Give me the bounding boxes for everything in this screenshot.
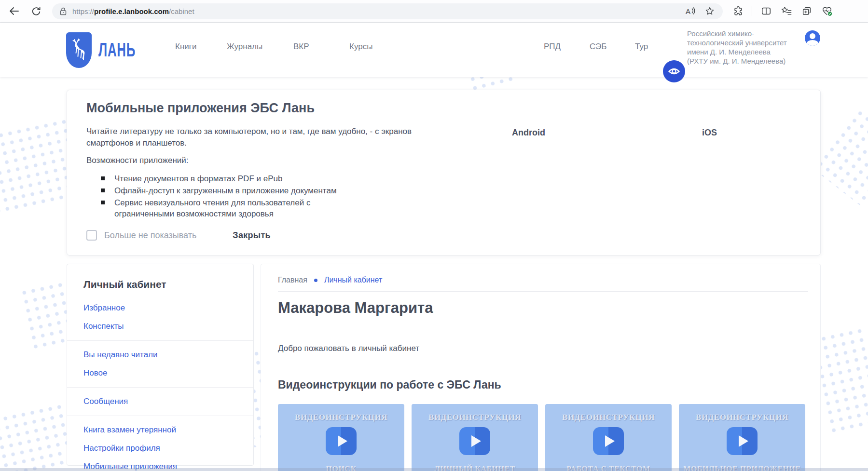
accessibility-eye-icon[interactable] — [663, 60, 685, 82]
feature-item: Чтение документов в форматах PDF и ePub — [97, 173, 367, 184]
dots-decoration — [0, 402, 73, 471]
toolbar-divider — [752, 6, 752, 16]
sidebar-item-messages[interactable]: Сообщения — [67, 392, 253, 411]
nav-rpd[interactable]: РПД — [544, 42, 561, 52]
video-card-label: ВИДЕОИНСТРУКЦИЯ — [278, 413, 404, 422]
sidebar-item-recently-read[interactable]: Вы недавно читали — [67, 346, 253, 364]
breadcrumb: Главная Личный кабинет — [278, 276, 808, 284]
viewport-cut-strip — [0, 468, 868, 471]
breadcrumb-current[interactable]: Личный кабинет — [324, 276, 382, 284]
sidebar-group: Сообщения — [67, 387, 253, 416]
welcome-text: Добро пожаловать в личный кабинет — [278, 344, 820, 353]
dont-show-label: Больше не показывать — [104, 230, 196, 241]
nav-books[interactable]: Книги — [175, 42, 196, 52]
reload-icon[interactable] — [28, 3, 44, 19]
user-avatar-icon[interactable] — [805, 30, 820, 46]
extensions-icon[interactable] — [730, 3, 746, 19]
mobile-apps-banner: Мобильные приложения ЭБС Лань Читайте ли… — [67, 90, 821, 256]
browser-toolbar: https://profile.e.lanbook.com/cabinet A — [0, 0, 868, 23]
favorites-bar-icon[interactable] — [778, 3, 795, 19]
feature-item: Офлайн-доступ к загруженным в приложение… — [97, 185, 367, 196]
video-card-label: ВИДЕОИНСТРУКЦИЯ — [412, 413, 538, 422]
site-header: ЛАНЬ Книги Журналы ВКР Курсы РПД СЭБ Тур… — [0, 23, 868, 77]
nav-tour[interactable]: Тур — [635, 42, 648, 52]
breadcrumb-home[interactable]: Главная — [278, 276, 307, 284]
nav-vkr[interactable]: ВКР — [293, 42, 309, 52]
banner-intro: Читайте литературу не только за компьюте… — [86, 126, 424, 149]
breadcrumb-divider — [278, 291, 808, 292]
features-list: Чтение документов в форматах PDF и ePub … — [97, 173, 367, 220]
sidebar-item-new[interactable]: Новое — [67, 364, 253, 382]
site-logo[interactable]: ЛАНЬ — [66, 32, 150, 68]
video-card-search[interactable]: ВИДЕОИНСТРУКЦИЯ ПОИСК — [278, 404, 404, 471]
android-label: Android — [512, 128, 545, 138]
video-card-label: ВИДЕОИНСТРУКЦИЯ — [545, 413, 672, 422]
collections-icon[interactable] — [799, 3, 815, 19]
video-card-label: ВИДЕОИНСТРУКЦИЯ — [679, 413, 805, 422]
sidebar-group: Книга взамен утерянной Настройки профиля… — [67, 416, 253, 471]
feature-item: Сервис невизуального чтения для пользова… — [97, 197, 367, 219]
sidebar-item-favorites[interactable]: Избранное — [67, 299, 253, 317]
logo-text: ЛАНЬ — [98, 39, 136, 61]
play-icon — [326, 427, 357, 455]
breadcrumb-separator-dot — [314, 279, 317, 282]
url-bar[interactable]: https://profile.e.lanbook.com/cabinet A — [52, 3, 723, 19]
cabinet-main-panel: Главная Личный кабинет Макарова Маргарит… — [261, 264, 821, 471]
favorite-star-icon[interactable] — [702, 3, 718, 19]
features-label: Возможности приложений: — [86, 156, 189, 165]
sidebar-item-profile-settings[interactable]: Настройки профиля — [67, 439, 253, 458]
videos-section-title: Видеоинструкции по работе с ЭБС Лань — [278, 378, 820, 391]
sidebar-item-notes[interactable]: Конспекты — [67, 317, 253, 336]
dont-show-checkbox[interactable] — [86, 230, 97, 241]
banner-title: Мобильные приложения ЭБС Лань — [86, 101, 315, 116]
split-screen-icon[interactable] — [758, 3, 774, 19]
close-banner-button[interactable]: Закрыть — [233, 230, 271, 241]
ios-label: iOS — [702, 128, 717, 138]
lock-icon — [60, 7, 67, 15]
nav-journals[interactable]: Журналы — [227, 42, 262, 52]
sidebar-item-replacement-book[interactable]: Книга взамен утерянной — [67, 421, 253, 439]
play-icon — [459, 427, 490, 455]
page-body: Мобильные приложения ЭБС Лань Читайте ли… — [0, 77, 868, 471]
sidebar-title: Личный кабинет — [83, 279, 253, 290]
video-card-text-work[interactable]: ВИДЕОИНСТРУКЦИЯ РАБОТА С ТЕКСТОМ — [545, 404, 672, 471]
organization-name[interactable]: Российский химико-технологический универ… — [687, 29, 791, 75]
page-title-user-name: Макарова Маргарита — [278, 299, 820, 317]
lan-deer-logo — [66, 32, 92, 68]
read-aloud-icon[interactable]: A — [682, 3, 699, 19]
nav-seb[interactable]: СЭБ — [590, 42, 606, 52]
sidebar-group: Вы недавно читали Новое — [67, 340, 253, 387]
banner-footer: Больше не показывать Закрыть — [86, 230, 271, 241]
video-cards-row: ВИДЕОИНСТРУКЦИЯ ПОИСК ВИДЕОИНСТРУКЦИЯ ЛИ… — [278, 404, 820, 471]
play-icon — [593, 427, 624, 455]
play-icon — [727, 427, 758, 455]
browser-essentials-icon[interactable] — [819, 3, 835, 19]
back-icon[interactable] — [6, 3, 22, 19]
video-card-mobile-app[interactable]: ВИДЕОИНСТРУКЦИЯ МОБИЛЬНОЕ ПРИЛОЖЕНИЕ — [679, 404, 805, 471]
svg-text:A: A — [686, 7, 690, 15]
url-text: https://profile.e.lanbook.com/cabinet — [72, 7, 682, 15]
video-card-cabinet[interactable]: ВИДЕОИНСТРУКЦИЯ ЛИЧНЫЙ КАБИНЕТ — [412, 404, 538, 471]
sidebar-group: Избранное Конспекты — [67, 294, 253, 340]
nav-courses[interactable]: Курсы — [349, 42, 372, 52]
cabinet-sidebar: Личный кабинет Избранное Конспекты Вы не… — [67, 264, 254, 466]
